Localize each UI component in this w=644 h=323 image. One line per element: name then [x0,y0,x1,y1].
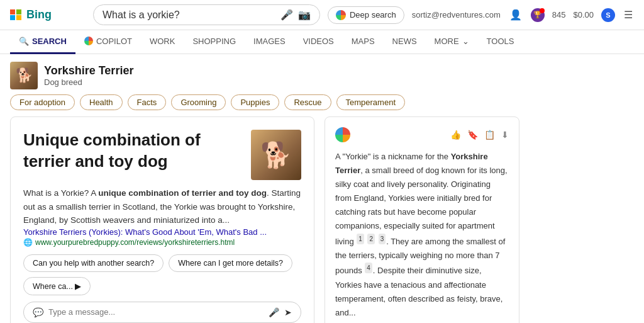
price-label: $0.00 [573,10,594,20]
suggestion-buttons: Can you help with another search? Where … [23,254,301,295]
entity-tags: For adoption Health Facts Grooming Puppi… [0,94,644,116]
ai-card: 👍 🔖 📋 ⬇ A "Yorkie" is a nickname for the… [325,116,519,323]
nav-item-maps[interactable]: MAPS [343,30,384,54]
deep-search-button[interactable]: Deep search [328,6,404,24]
copilot-ai-icon [335,127,350,142]
ref-3[interactable]: 3 [379,234,386,244]
ai-card-header: 👍 🔖 📋 ⬇ [335,127,509,142]
entity-info: Yorkshire Terrier Dog breed [44,64,133,87]
more-chevron-icon: ⌄ [462,37,469,46]
nav-item-work[interactable]: WORK [141,30,184,54]
suggestion-btn-2[interactable]: Where ca... ▶ [23,277,91,295]
microsoft-logo-icon [10,9,21,21]
suggestion-btn-0[interactable]: Can you help with another search? [23,254,164,272]
deep-search-icon [336,10,346,20]
snippet-url: 🌐 www.yourpurebredpuppy.com/reviews/york… [23,238,301,247]
copilot-icon [84,37,93,45]
message-icon: 💬 [33,307,43,317]
message-input-row: 💬 🎤 ➤ [23,302,301,323]
tag-puppies[interactable]: Puppies [231,94,279,110]
nav-item-news[interactable]: NEWS [384,30,426,54]
right-panel: 👍 🔖 📋 ⬇ A "Yorkie" is a nickname for the… [325,116,519,323]
copy-action-icon[interactable]: 📋 [484,130,495,140]
send-icon[interactable]: ➤ [284,307,292,317]
snippet-heading: Unique combination of terrier and toy do… [23,130,243,173]
featured-snippet: Unique combination of terrier and toy do… [10,116,314,323]
header-right: sortiz@redventures.com 👤 🏆 845 $0.00 S ☰ [412,8,634,22]
logo: Bing [10,8,86,21]
bing-logo-text: Bing [26,8,52,21]
price-badge: S [601,8,615,22]
nav-bar: 🔍 SEARCH COPILOT WORK SHOPPING IMAGES VI… [0,30,644,54]
entity-header: 🐕 Yorkshire Terrier Dog breed [0,54,644,94]
ref-4[interactable]: 4 [365,263,372,273]
notification-dot [540,8,545,13]
main-content: Unique combination of terrier and toy do… [0,116,644,323]
nav-item-videos[interactable]: VIDEOS [294,30,343,54]
tag-facts[interactable]: Facts [128,94,167,110]
nav-item-copilot[interactable]: COPILOT [75,30,141,54]
camera-icon[interactable]: 📷 [298,9,311,21]
header: Bing 🎤 📷 Deep search sortiz@redventures.… [0,0,644,30]
account-button[interactable]: 👤 [508,8,523,22]
flag-action-icon[interactable]: 🔖 [467,130,478,140]
search-nav-icon: 🔍 [19,37,29,46]
search-bar: 🎤 📷 [93,4,320,25]
entity-thumbnail: 🐕 [10,62,38,89]
suggestion-btn-1[interactable]: Where can I get more details? [169,254,292,272]
nav-item-shopping[interactable]: SHOPPING [184,30,245,54]
snippet-body: What is a Yorkie? A unique combination o… [23,186,301,227]
left-panel: Unique combination of terrier and toy do… [10,116,325,323]
message-input[interactable] [48,307,264,317]
tag-for-adoption[interactable]: For adoption [10,94,75,110]
nav-item-tools[interactable]: TOOLS [478,30,523,54]
nav-item-images[interactable]: IMAGES [245,30,294,54]
user-email: sortiz@redventures.com [412,10,501,20]
nav-item-search[interactable]: 🔍 SEARCH [10,30,75,54]
nav-item-more[interactable]: MORE ⌄ [426,30,478,54]
snippet-link[interactable]: Yorkshire Terriers (Yorkies): What's Goo… [23,227,301,237]
thumbs-up-action-icon[interactable]: 👍 [450,130,461,140]
snippet-dog-image: 🐕 [251,130,301,180]
tag-grooming[interactable]: Grooming [171,94,226,110]
ai-card-text: A "Yorkie" is a nickname for the Yorkshi… [335,150,509,320]
rewards-count: 845 [552,10,566,20]
mic-icon[interactable]: 🎤 [280,9,293,21]
ai-card-actions: 👍 🔖 📋 ⬇ [450,130,509,140]
deep-search-label: Deep search [350,10,396,20]
ref-2[interactable]: 2 [367,234,375,244]
search-input[interactable] [103,9,275,21]
tag-temperament[interactable]: Temperament [336,94,405,110]
menu-button[interactable]: ☰ [623,8,634,22]
rewards-wrapper: 🏆 [531,8,545,22]
entity-subtitle: Dog breed [44,77,133,87]
tag-health[interactable]: Health [80,94,123,110]
download-action-icon[interactable]: ⬇ [501,130,509,140]
ref-1[interactable]: 1 [357,234,364,244]
favicon-icon: 🌐 [23,238,33,247]
snippet-top: Unique combination of terrier and toy do… [23,130,301,180]
entity-title: Yorkshire Terrier [44,64,133,77]
tag-rescue[interactable]: Rescue [284,94,331,110]
mic-message-icon[interactable]: 🎤 [269,307,279,317]
